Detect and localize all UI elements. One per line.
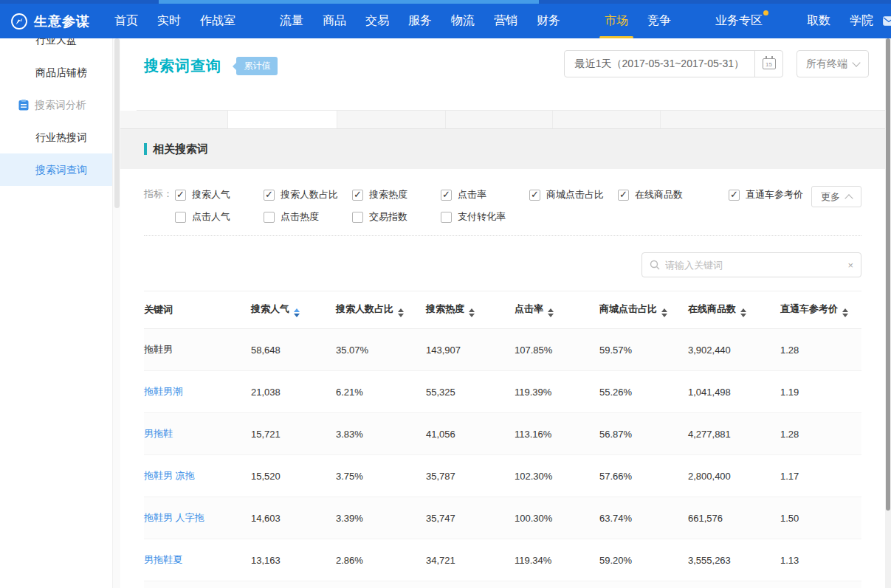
keyword-cell[interactable]: 男拖鞋夏	[144, 539, 251, 581]
metric-checkbox[interactable]: 商城点击占比	[529, 188, 618, 201]
metric-checkbox[interactable]: 搜索人气	[175, 188, 264, 201]
messages-button[interactable]: 消息	[883, 15, 891, 28]
nav-item[interactable]: 作战室	[200, 13, 235, 29]
nav-item[interactable]: 财务	[537, 13, 560, 29]
column-header[interactable]: 搜索人气	[251, 291, 336, 329]
keyword-cell[interactable]: 拖鞋男 人字拖	[144, 497, 251, 539]
sort-caret-icon[interactable]	[661, 308, 667, 317]
keyword-cell[interactable]: 拖鞋男	[144, 329, 251, 371]
page-scrollbar[interactable]	[885, 38, 891, 588]
keyword-cell[interactable]: 男拖鞋	[144, 413, 251, 455]
tab-placeholder-5[interactable]	[553, 111, 661, 128]
metric-checkbox[interactable]: 交易指数	[352, 210, 441, 224]
ctr-cell: 119.39%	[515, 371, 599, 413]
metric-checkbox[interactable]: 搜索热度	[352, 188, 441, 201]
sort-caret-icon[interactable]	[294, 308, 300, 317]
tab-placeholder-1[interactable]	[120, 111, 228, 128]
metrics-label: 指标：	[144, 188, 175, 232]
terminal-select[interactable]: 所有终端	[797, 50, 869, 77]
clipboard-icon	[18, 100, 29, 111]
online-products-cell: 661,576	[688, 497, 780, 539]
nav-item[interactable]: 取数	[807, 13, 830, 29]
checkbox-icon[interactable]	[352, 212, 363, 223]
search-popularity-cell: 11,629	[251, 581, 336, 588]
checkbox-icon[interactable]	[618, 190, 629, 201]
nav-item[interactable]: 业务专区	[715, 13, 763, 29]
column-header[interactable]: 商城点击占比	[599, 291, 688, 329]
nav-item[interactable]: 流量	[280, 13, 303, 29]
checkbox-icon[interactable]	[175, 212, 186, 223]
column-header[interactable]: 搜索热度	[426, 291, 515, 329]
metric-checkbox[interactable]: 直通车参考价	[729, 188, 817, 201]
column-header[interactable]: 点击率	[515, 291, 599, 329]
clear-search-icon[interactable]: ×	[847, 260, 853, 270]
tab-placeholder-4[interactable]	[446, 111, 553, 128]
keyword-cell[interactable]: 拖鞋男夏	[144, 581, 251, 588]
sidebar-section-search-word-analysis[interactable]: 搜索词分析	[0, 89, 112, 121]
section-band: 相关搜索词	[120, 129, 885, 169]
column-header[interactable]: 关键词	[144, 291, 251, 329]
date-range-picker[interactable]: 最近1天（2017-05-31~2017-05-31） 15	[564, 50, 783, 77]
checkbox-icon[interactable]	[441, 190, 452, 201]
checkbox-icon[interactable]	[729, 190, 740, 201]
tab-placeholder-3[interactable]	[337, 111, 446, 128]
sidebar-scrollbar-thumb[interactable]	[114, 38, 120, 208]
checkbox-icon[interactable]	[264, 212, 275, 223]
nav-item[interactable]: 营销	[494, 13, 517, 29]
calendar-button[interactable]: 15	[754, 51, 782, 77]
tab-placeholder-2-active[interactable]	[228, 111, 337, 128]
checkbox-icon[interactable]	[352, 190, 363, 201]
checkbox-icon[interactable]	[175, 190, 186, 201]
metric-checkbox[interactable]: 搜索人数占比	[264, 188, 352, 201]
sidebar-item-industry-board[interactable]: 行业大盘	[0, 38, 112, 56]
ctr-cell: 102.30%	[515, 455, 599, 497]
nav-item[interactable]: 服务	[408, 13, 432, 29]
keyword-cell[interactable]: 拖鞋男 凉拖	[144, 455, 251, 497]
checkbox-icon[interactable]	[264, 190, 275, 201]
metric-checkbox[interactable]: 支付转化率	[441, 210, 529, 224]
ctr-cell: 100.30%	[515, 497, 599, 539]
sort-caret-icon[interactable]	[842, 308, 848, 317]
top-navigation: 生意参谋 首页实时作战室 流量商品交易服务物流营销财务 市场竞争 业务专区 取数…	[0, 4, 891, 38]
nav-item[interactable]: 竞争	[647, 13, 671, 29]
sidebar-item-industry-hot-words[interactable]: 行业热搜词	[0, 121, 112, 153]
nav-item[interactable]: 商品	[323, 13, 346, 29]
ctr-cell: 105.44%	[515, 581, 599, 588]
column-header[interactable]: 在线商品数	[688, 291, 780, 329]
search-icon	[650, 260, 660, 270]
metric-checkbox[interactable]: 在线商品数	[618, 188, 729, 201]
sidebar-item-search-word-query[interactable]: 搜索词查询	[0, 153, 112, 186]
more-button[interactable]: 更多	[811, 186, 861, 207]
nav-item[interactable]: 学院	[850, 13, 873, 29]
more-button-label: 更多	[821, 190, 840, 204]
sort-caret-icon[interactable]	[740, 308, 746, 317]
metric-checkbox[interactable]: 点击人气	[175, 210, 264, 224]
nav-group-market: 市场竞争	[595, 13, 681, 29]
nav-item[interactable]: 物流	[451, 13, 475, 29]
search-popularity-cell: 14,603	[251, 497, 336, 539]
searcher-ratio-cell: 3.75%	[336, 455, 426, 497]
sidebar-scrollbar[interactable]	[112, 38, 120, 588]
nav-item[interactable]: 实时	[157, 13, 181, 29]
page-scrollbar-thumb[interactable]	[886, 38, 890, 511]
keyword-search-box[interactable]: ×	[641, 252, 861, 277]
sort-caret-icon[interactable]	[469, 308, 475, 317]
checkbox-icon[interactable]	[441, 212, 452, 223]
sort-caret-icon[interactable]	[398, 308, 404, 317]
keyword-cell[interactable]: 拖鞋男潮	[144, 371, 251, 413]
table-header-row: 关键词搜索人气搜索人数占比搜索热度点击率商城点击占比在线商品数直通车参考价	[144, 291, 861, 329]
column-header[interactable]: 直通车参考价	[780, 291, 861, 329]
ztc-price-cell: 1.17	[780, 455, 861, 497]
column-header[interactable]: 搜索人数占比	[336, 291, 426, 329]
brand[interactable]: 生意参谋	[10, 13, 90, 30]
metric-checkbox[interactable]: 点击率	[441, 188, 529, 201]
metric-checkbox[interactable]: 点击热度	[264, 210, 352, 224]
tab-placeholder-6[interactable]	[661, 111, 885, 128]
nav-item[interactable]: 交易	[365, 13, 389, 29]
sidebar-item-product-shop-rank[interactable]: 商品店铺榜	[0, 56, 112, 89]
nav-item[interactable]: 市场	[605, 13, 628, 29]
nav-item[interactable]: 首页	[114, 13, 138, 29]
checkbox-icon[interactable]	[529, 190, 540, 201]
keyword-search-input[interactable]	[665, 260, 842, 271]
sort-caret-icon[interactable]	[548, 308, 554, 317]
